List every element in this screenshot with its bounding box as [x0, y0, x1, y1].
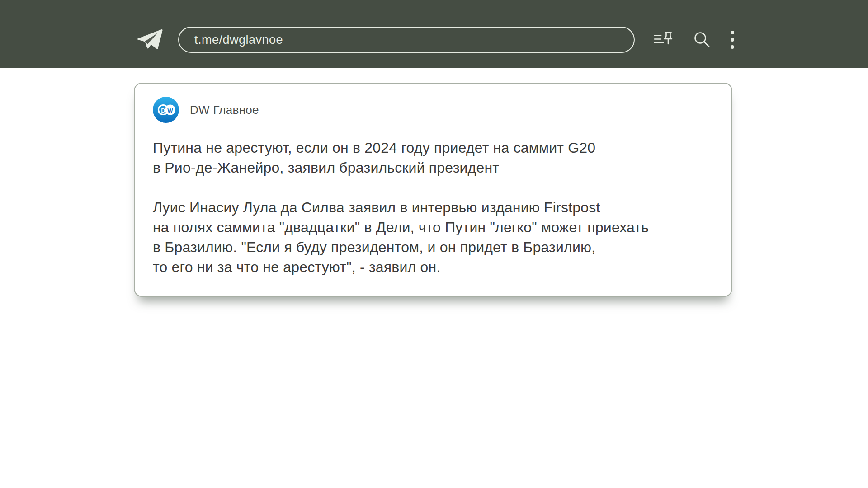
post-body: Путина не арестуют, если он в 2024 году …	[153, 138, 713, 277]
post-paragraph: Луис Инасиу Лула да Силва заявил в интер…	[153, 197, 713, 277]
header-action-icons	[653, 30, 735, 49]
pinned-list-icon[interactable]	[653, 31, 674, 48]
post-card: D W DW Главное Путина не арестуют, если …	[134, 83, 732, 297]
telegram-logo	[137, 28, 163, 51]
post-paragraph: Путина не арестуют, если он в 2024 году …	[153, 138, 713, 178]
dw-logo-icon: D W	[153, 97, 179, 123]
channel-avatar: D W	[153, 97, 179, 123]
avatar-letter-d: D	[161, 107, 165, 114]
top-bar	[0, 0, 868, 68]
channel-name[interactable]: DW Главное	[190, 103, 259, 117]
avatar-letter-w: W	[167, 107, 173, 114]
kebab-menu-icon[interactable]	[730, 30, 735, 49]
post-card-header: D W DW Главное	[153, 97, 713, 123]
search-icon[interactable]	[694, 32, 710, 48]
url-input[interactable]	[178, 27, 635, 53]
